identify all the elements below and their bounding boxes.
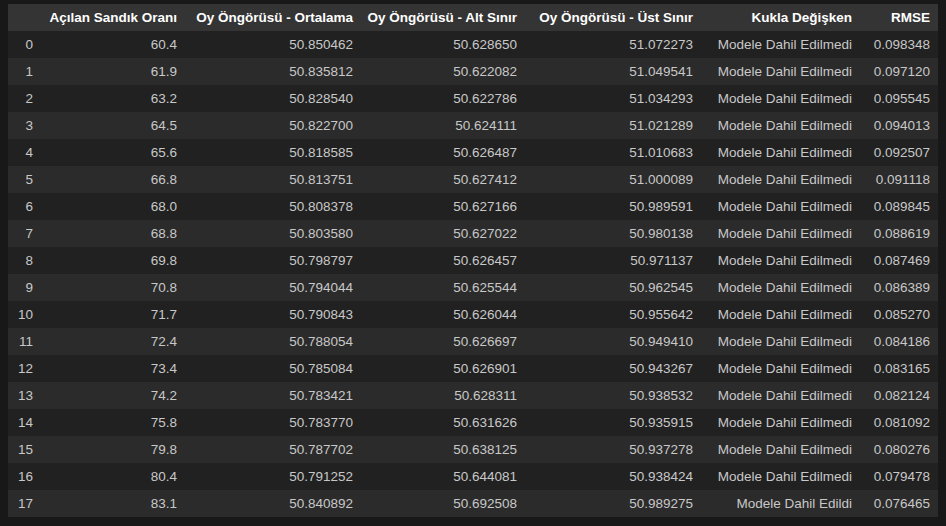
column-header-3: Oy Öngörüsü - Alt Sınır (361, 4, 525, 31)
data-cell: Modele Dahil Edilmedi (701, 409, 860, 436)
data-cell: 60.4 (41, 31, 185, 58)
data-cell: 50.644081 (361, 463, 525, 490)
table-row: 869.850.79879750.62645750.971137Modele D… (8, 247, 938, 274)
data-cell: 0.098348 (860, 31, 938, 58)
data-cell: 50.808378 (185, 193, 361, 220)
data-cell: 50.624111 (361, 112, 525, 139)
data-cell: 70.8 (41, 274, 185, 301)
data-cell: 50.822700 (185, 112, 361, 139)
data-cell: Modele Dahil Edilmedi (701, 166, 860, 193)
data-cell: 0.079478 (860, 463, 938, 490)
table-row: 060.450.85046250.62865051.072273Modele D… (8, 31, 938, 58)
data-cell: 51.049541 (525, 58, 701, 85)
row-index-cell: 2 (8, 85, 41, 112)
row-index-cell: 7 (8, 220, 41, 247)
data-cell: 50.785084 (185, 355, 361, 382)
table-row: 1172.450.78805450.62669750.949410Modele … (8, 328, 938, 355)
row-index-cell: 5 (8, 166, 41, 193)
data-cell: Modele Dahil Edilmedi (701, 247, 860, 274)
data-cell: 66.8 (41, 166, 185, 193)
data-cell: 50.638125 (361, 436, 525, 463)
data-cell: 50.943267 (525, 355, 701, 382)
row-index-cell: 1 (8, 58, 41, 85)
data-cell: 0.085270 (860, 301, 938, 328)
data-cell: 50.628311 (361, 382, 525, 409)
data-cell: 0.092507 (860, 139, 938, 166)
data-cell: 79.8 (41, 436, 185, 463)
data-cell: 50.631626 (361, 409, 525, 436)
data-cell: 0.082124 (860, 382, 938, 409)
data-cell: 0.089845 (860, 193, 938, 220)
data-cell: Modele Dahil Edilmedi (701, 463, 860, 490)
data-cell: 0.094013 (860, 112, 938, 139)
table-row: 768.850.80358050.62702250.980138Modele D… (8, 220, 938, 247)
data-cell: 74.2 (41, 382, 185, 409)
data-cell: 61.9 (41, 58, 185, 85)
data-cell: 50.628650 (361, 31, 525, 58)
data-cell: 51.072273 (525, 31, 701, 58)
data-cell: 0.088619 (860, 220, 938, 247)
data-cell: 50.828540 (185, 85, 361, 112)
data-cell: 50.835812 (185, 58, 361, 85)
data-cell: Modele Dahil Edilmedi (701, 58, 860, 85)
data-cell: 65.6 (41, 139, 185, 166)
data-cell: 0.095545 (860, 85, 938, 112)
data-cell: 50.626044 (361, 301, 525, 328)
data-cell: 50.622082 (361, 58, 525, 85)
data-cell: 51.000089 (525, 166, 701, 193)
data-cell: 50.626487 (361, 139, 525, 166)
data-cell: 51.021289 (525, 112, 701, 139)
column-header-1: Açılan Sandık Oranı (41, 4, 185, 31)
data-cell: 50.788054 (185, 328, 361, 355)
data-cell: 80.4 (41, 463, 185, 490)
data-cell: 50.794044 (185, 274, 361, 301)
data-cell: 50.626457 (361, 247, 525, 274)
data-cell: 50.626697 (361, 328, 525, 355)
data-cell: 50.937278 (525, 436, 701, 463)
table-row: 668.050.80837850.62716650.989591Modele D… (8, 193, 938, 220)
data-cell: 50.971137 (525, 247, 701, 274)
table-row: 1273.450.78508450.62690150.943267Modele … (8, 355, 938, 382)
data-cell: 50.622786 (361, 85, 525, 112)
data-cell: 68.8 (41, 220, 185, 247)
column-header-5: Kukla Değişken (701, 4, 860, 31)
data-cell: 0.080276 (860, 436, 938, 463)
data-cell: 69.8 (41, 247, 185, 274)
data-cell: Modele Dahil Edilmedi (701, 274, 860, 301)
table-body: 060.450.85046250.62865051.072273Modele D… (8, 31, 938, 517)
row-index-cell: 16 (8, 463, 41, 490)
table-row: 566.850.81375150.62741251.000089Modele D… (8, 166, 938, 193)
data-cell: 0.087469 (860, 247, 938, 274)
table-row: 1374.250.78342150.62831150.938532Modele … (8, 382, 938, 409)
data-cell: 50.798797 (185, 247, 361, 274)
data-cell: 0.097120 (860, 58, 938, 85)
data-cell: 0.083165 (860, 355, 938, 382)
data-cell: 0.081092 (860, 409, 938, 436)
table-row: 263.250.82854050.62278651.034293Modele D… (8, 85, 938, 112)
table-row: 465.650.81858550.62648751.010683Modele D… (8, 139, 938, 166)
data-cell: 50.813751 (185, 166, 361, 193)
data-cell: Modele Dahil Edilmedi (701, 301, 860, 328)
column-header-index (8, 4, 41, 31)
data-cell: 83.1 (41, 490, 185, 517)
data-cell: 51.034293 (525, 85, 701, 112)
row-index-cell: 11 (8, 328, 41, 355)
dataframe-table-container: Açılan Sandık OranıOy Öngörüsü - Ortalam… (8, 4, 938, 517)
row-index-cell: 10 (8, 301, 41, 328)
data-cell: 50.790843 (185, 301, 361, 328)
data-cell: Modele Dahil Edilmedi (701, 112, 860, 139)
row-index-cell: 3 (8, 112, 41, 139)
table-row: 1071.750.79084350.62604450.955642Modele … (8, 301, 938, 328)
column-header-6: RMSE (860, 4, 938, 31)
row-index-cell: 15 (8, 436, 41, 463)
data-cell: 50.980138 (525, 220, 701, 247)
data-cell: 50.787702 (185, 436, 361, 463)
table-row: 1680.450.79125250.64408150.938424Modele … (8, 463, 938, 490)
row-index-cell: 12 (8, 355, 41, 382)
header-row: Açılan Sandık OranıOy Öngörüsü - Ortalam… (8, 4, 938, 31)
data-cell: 64.5 (41, 112, 185, 139)
data-cell: 50.791252 (185, 463, 361, 490)
row-index-cell: 17 (8, 490, 41, 517)
data-cell: 0.091118 (860, 166, 938, 193)
data-cell: 73.4 (41, 355, 185, 382)
